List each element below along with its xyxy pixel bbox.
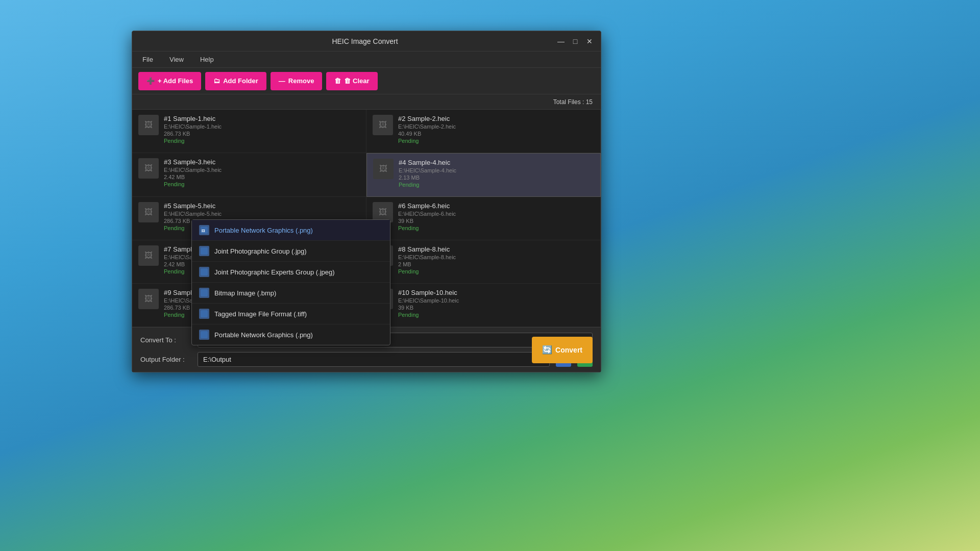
add-files-button[interactable]: ➕ + Add Files	[138, 72, 201, 90]
file-path-1: E:\HEIC\Sample-1.heic	[164, 123, 360, 130]
file-name-2: #2 Sample-2.heic	[398, 115, 594, 122]
format-icon-png2	[199, 330, 209, 340]
file-path-6: E:\HEIC\Sample-6.heic	[398, 211, 594, 217]
file-size-10: 39 KB	[398, 305, 594, 311]
dropdown-item-jpg[interactable]: Joint Photographic Group (.jpg)	[192, 241, 390, 262]
menu-file[interactable]: File	[138, 54, 157, 65]
close-button[interactable]: ✕	[584, 36, 595, 46]
add-folder-button[interactable]: 🗂 Add Folder	[205, 72, 266, 90]
file-item-10[interactable]: 🖼 #10 Sample-10.heic E:\HEIC\Sample-10.h…	[366, 284, 601, 327]
file-status-8: Pending	[398, 268, 594, 274]
svg-rect-3	[201, 268, 208, 276]
total-files-bar: Total Files : 15	[132, 94, 601, 110]
file-path-10: E:\HEIC\Sample-10.heic	[398, 297, 594, 304]
file-size-2: 40.49 KB	[398, 131, 594, 137]
trash-icon: 🗑	[334, 77, 341, 85]
file-name-4: #4 Sample-4.heic	[399, 159, 594, 166]
menu-view[interactable]: View	[165, 54, 188, 65]
file-size-6: 39 KB	[398, 218, 594, 224]
file-status-10: Pending	[398, 312, 594, 318]
total-files-label: Total Files : 15	[553, 98, 593, 106]
file-item-3[interactable]: 🖼 #3 Sample-3.heic E:\HEIC\Sample-3.heic…	[132, 153, 366, 197]
clear-button[interactable]: 🗑 🗑 Clear	[326, 72, 377, 90]
file-info-3: #3 Sample-3.heic E:\HEIC\Sample-3.heic 2…	[164, 158, 360, 187]
file-info-2: #2 Sample-2.heic E:\HEIC\Sample-2.heic 4…	[398, 115, 594, 144]
dropdown-label-jpg: Joint Photographic Group (.jpg)	[214, 247, 307, 255]
file-item-4[interactable]: 🖼 #4 Sample-4.heic E:\HEIC\Sample-4.heic…	[366, 153, 601, 197]
file-status-2: Pending	[398, 138, 594, 144]
file-thumb-3: 🖼	[138, 158, 159, 179]
file-thumb-4: 🖼	[373, 159, 394, 179]
file-thumb-7: 🖼	[138, 245, 159, 266]
convert-label: Convert	[555, 346, 582, 354]
file-info-1: #1 Sample-1.heic E:\HEIC\Sample-1.heic 2…	[164, 115, 360, 144]
file-item-2[interactable]: 🖼 #2 Sample-2.heic E:\HEIC\Sample-2.heic…	[366, 110, 601, 153]
file-item-6[interactable]: 🖼 #6 Sample-6.heic E:\HEIC\Sample-6.heic…	[366, 197, 601, 240]
menu-bar: File View Help	[132, 52, 601, 68]
dropdown-item-bmp[interactable]: Bitmap Image (.bmp)	[192, 283, 390, 304]
file-thumb-1: 🖼	[138, 115, 159, 135]
minimize-button[interactable]: —	[556, 36, 566, 46]
remove-icon: —	[279, 77, 285, 85]
app-title: HEIC Image Convert	[174, 37, 556, 45]
remove-button[interactable]: — Remove	[271, 72, 323, 90]
file-name-8: #8 Sample-8.heic	[398, 245, 594, 253]
format-icon-bmp	[199, 288, 209, 298]
convert-to-label: Convert To :	[140, 336, 191, 344]
dropdown-label-jpeg: Joint Photographic Experts Group (.jpeg)	[214, 268, 335, 276]
file-size-4: 2.13 MB	[399, 174, 594, 181]
file-item-8[interactable]: 🖼 #8 Sample-8.heic E:\HEIC\Sample-8.heic…	[366, 240, 601, 284]
window-controls: — □ ✕	[556, 36, 595, 46]
add-folder-icon: 🗂	[213, 77, 220, 85]
dropdown-item-tiff[interactable]: Tagged Image File Format (.tiff)	[192, 304, 390, 324]
file-size-3: 2.42 MB	[164, 174, 360, 180]
dropdown-label-tiff: Tagged Image File Format (.tiff)	[214, 310, 307, 318]
file-info-6: #6 Sample-6.heic E:\HEIC\Sample-6.heic 3…	[398, 202, 594, 231]
svg-rect-4	[201, 289, 208, 296]
file-path-3: E:\HEIC\Sample-3.heic	[164, 167, 360, 173]
file-status-4: Pending	[399, 182, 594, 188]
main-window: HEIC Image Convert — □ ✕ File View Help …	[132, 31, 601, 372]
file-info-4: #4 Sample-4.heic E:\HEIC\Sample-4.heic 2…	[399, 159, 594, 188]
file-thumb-9: 🖼	[138, 289, 159, 309]
file-name-3: #3 Sample-3.heic	[164, 158, 360, 166]
svg-rect-2	[201, 247, 208, 255]
file-item-1[interactable]: 🖼 #1 Sample-1.heic E:\HEIC\Sample-1.heic…	[132, 110, 366, 153]
file-info-8: #8 Sample-8.heic E:\HEIC\Sample-8.heic 2…	[398, 245, 594, 274]
file-name-6: #6 Sample-6.heic	[398, 202, 594, 210]
output-folder-input[interactable]	[198, 352, 550, 367]
add-files-icon: ➕	[146, 77, 155, 85]
format-icon-jpg	[199, 246, 209, 256]
convert-button[interactable]: 🔄 Convert	[532, 336, 593, 363]
dropdown-label-bmp: Bitmap Image (.bmp)	[214, 289, 276, 297]
format-icon-tiff	[199, 309, 209, 319]
svg-rect-5	[201, 310, 208, 317]
dropdown-label-png2: Portable Network Graphics (.png)	[214, 331, 313, 339]
file-size-1: 286.73 KB	[164, 131, 360, 137]
maximize-button[interactable]: □	[570, 36, 580, 46]
convert-refresh-icon: 🔄	[542, 345, 552, 355]
title-bar: HEIC Image Convert — □ ✕	[132, 31, 601, 52]
output-folder-label: Output Folder :	[140, 356, 191, 363]
dropdown-item-jpeg[interactable]: Joint Photographic Experts Group (.jpeg)	[192, 262, 390, 283]
dropdown-item-png2[interactable]: Portable Network Graphics (.png)	[192, 324, 390, 345]
file-path-4: E:\HEIC\Sample-4.heic	[399, 167, 594, 173]
add-files-label: + Add Files	[158, 77, 193, 85]
file-info-10: #10 Sample-10.heic E:\HEIC\Sample-10.hei…	[398, 289, 594, 318]
svg-text:🖼: 🖼	[202, 229, 205, 233]
file-path-5: E:\HEIC\Sample-5.heic	[164, 211, 360, 217]
file-path-2: E:\HEIC\Sample-2.heic	[398, 123, 594, 130]
add-folder-label: Add Folder	[223, 77, 258, 85]
format-icon-png1: 🖼	[199, 225, 209, 235]
output-row: Output Folder : ••• 📁	[140, 352, 593, 367]
dropdown-item-png1[interactable]: 🖼 Portable Network Graphics (.png)	[192, 220, 390, 241]
dropdown-label-png1: Portable Network Graphics (.png)	[214, 227, 313, 234]
menu-help[interactable]: Help	[196, 54, 218, 65]
clear-label: 🗑 Clear	[344, 77, 369, 85]
file-thumb-2: 🖼	[373, 115, 393, 135]
file-thumb-5: 🖼	[138, 202, 159, 222]
format-dropdown: 🖼 Portable Network Graphics (.png) Joint…	[191, 219, 390, 345]
remove-label: Remove	[288, 77, 314, 85]
file-path-8: E:\HEIC\Sample-8.heic	[398, 254, 594, 260]
file-status-6: Pending	[398, 225, 594, 231]
